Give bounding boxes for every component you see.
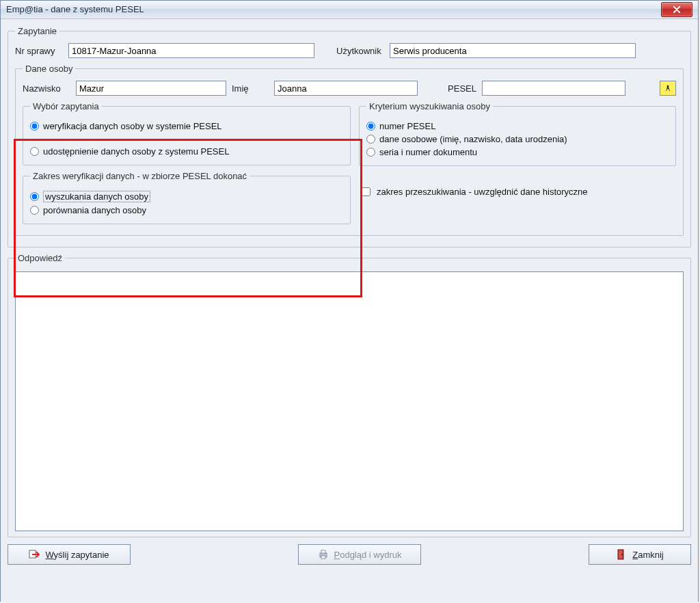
preview-rest: odgląd i wydruk (340, 550, 401, 560)
input-nazwisko[interactable] (76, 81, 226, 96)
svg-point-8 (621, 554, 623, 555)
window-close-button[interactable] (661, 2, 692, 17)
row-header: Nr sprawy Użytkownik (15, 43, 684, 58)
input-imie[interactable] (274, 81, 418, 96)
radio-numer-pesel[interactable] (366, 122, 375, 131)
response-textarea[interactable] (15, 271, 684, 531)
person-run-icon (664, 83, 671, 94)
input-pesel[interactable] (482, 81, 625, 96)
row-person: Nazwisko Imię PESEL (23, 81, 676, 96)
fieldset-zakres-weryfikacji: Zakres weryfikacji danych - w zbiorze PE… (23, 171, 351, 224)
radio-weryfikacja-label: weryfikacja danych osoby w systemie PESE… (43, 121, 222, 131)
send-icon (29, 549, 40, 560)
legend-kryterium: Kryterium wyszukiwania osoby (366, 101, 493, 111)
checkbox-historyczne[interactable] (362, 187, 371, 196)
checkbox-row-historyczne: zakres przeszukiwania - uwzględnić dane … (359, 185, 676, 198)
close-underline: Z (632, 550, 638, 560)
radio-weryfikacja[interactable] (30, 122, 39, 131)
label-nr-sprawy: Nr sprawy (15, 46, 63, 56)
svg-rect-5 (321, 556, 325, 559)
legend-wybor-zapytania: Wybór zapytania (30, 101, 102, 111)
svg-rect-4 (321, 550, 325, 553)
radio-dane-osobowe-label: dane osobowe (imię, nazwisko, data urodz… (379, 134, 567, 144)
legend-odpowiedz: Odpowiedź (15, 253, 65, 263)
input-nr-sprawy[interactable] (68, 43, 314, 58)
preview-print-button[interactable]: Podgląd i wydruk (298, 544, 421, 565)
label-nazwisko: Nazwisko (23, 83, 70, 94)
selection-columns: Wybór zapytania weryfikacja danych osoby… (23, 101, 676, 230)
radio-row-wyszukania: wyszukania danych osoby (30, 191, 343, 202)
label-uzytkownik: Użytkownik (336, 46, 384, 56)
client-area: Zapytanie Nr sprawy Użytkownik Dane osob… (1, 19, 698, 602)
titlebar: Emp@tia - dane z systemu PESEL (1, 1, 698, 19)
send-query-button[interactable]: Wyślij zapytanie (8, 544, 131, 565)
svg-point-1 (667, 85, 669, 88)
radio-udostepnienie[interactable] (30, 147, 39, 156)
label-imie: Imię (232, 83, 269, 94)
close-button[interactable]: Zamknij (589, 544, 691, 565)
radio-numer-pesel-label: numer PESEL (379, 121, 435, 131)
fieldset-kryterium: Kryterium wyszukiwania osoby numer PESEL… (359, 101, 676, 166)
fieldset-odpowiedz: Odpowiedź (8, 253, 691, 537)
radio-seria-numer[interactable] (366, 148, 375, 157)
radio-porownania-label: porównania danych osoby (43, 205, 146, 215)
fieldset-zapytanie: Zapytanie Nr sprawy Użytkownik Dane osob… (8, 26, 691, 247)
window-title: Emp@tia - dane z systemu PESEL (6, 1, 144, 18)
send-underline: W (45, 550, 53, 560)
button-bar: Wyślij zapytanie Podgląd i wydruk (8, 544, 691, 565)
radio-row-udostepnienie: udostępnienie danych osoby z systemu PES… (30, 146, 343, 157)
send-rest: yślij zapytanie (54, 550, 109, 560)
label-pesel: PESEL (423, 83, 476, 94)
radio-wyszukania-label: wyszukania danych osoby (43, 191, 150, 202)
radio-porownania[interactable] (30, 206, 39, 215)
checkbox-historyczne-label: zakres przeszukiwania - uwzględnić dane … (377, 187, 588, 197)
preview-underline: P (334, 550, 340, 560)
close-rest: amknij (638, 550, 664, 560)
radio-wyszukania[interactable] (30, 192, 39, 201)
radio-udostepnienie-label: udostępnienie danych osoby z systemu PES… (43, 146, 229, 157)
door-close-icon (616, 549, 627, 560)
printer-icon (318, 549, 329, 560)
close-icon (673, 6, 681, 13)
radio-dane-osobowe[interactable] (366, 135, 375, 144)
legend-zapytanie: Zapytanie (15, 26, 59, 36)
radio-row-numer-pesel: numer PESEL (366, 121, 669, 131)
legend-dane-osoby: Dane osoby (23, 64, 75, 74)
radio-row-seria-numer: seria i numer dokumentu (366, 147, 669, 157)
legend-zakres-weryfikacji: Zakres weryfikacji danych - w zbiorze PE… (30, 171, 250, 181)
fieldset-dane-osoby: Dane osoby Nazwisko Imię PESEL (15, 64, 684, 236)
radio-row-dane-osobowe: dane osobowe (imię, nazwisko, data urodz… (366, 134, 669, 144)
radio-row-porownania: porównania danych osoby (30, 205, 343, 215)
fieldset-wybor-zapytania: Wybór zapytania weryfikacja danych osoby… (23, 101, 351, 165)
lookup-person-button[interactable] (660, 81, 676, 96)
app-window: Emp@tia - dane z systemu PESEL Zapytanie… (0, 0, 699, 602)
radio-row-weryfikacja: weryfikacja danych osoby w systemie PESE… (30, 121, 343, 131)
input-uzytkownik[interactable] (390, 43, 636, 58)
column-right: Kryterium wyszukiwania osoby numer PESEL… (359, 101, 676, 230)
column-left: Wybór zapytania weryfikacja danych osoby… (23, 101, 351, 230)
radio-seria-numer-label: seria i numer dokumentu (379, 147, 477, 157)
